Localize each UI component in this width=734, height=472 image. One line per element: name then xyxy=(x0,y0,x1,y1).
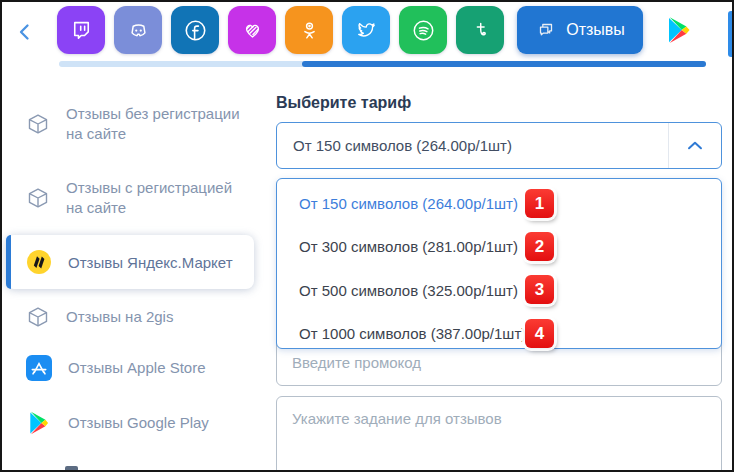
app-store-icon xyxy=(26,355,52,381)
sidebar-item-label: Отзывы с регистрацией на сайте xyxy=(66,178,251,218)
select-toggle[interactable] xyxy=(668,123,721,168)
reviews-button-label: Отзывы xyxy=(566,21,625,39)
step-badge-1: 1 xyxy=(525,189,554,218)
tariff-select-value: От 150 символов (264.00р/1шт) xyxy=(277,137,668,154)
tariff-dropdown-list: От 150 символов (264.00р/1шт) От 300 сим… xyxy=(276,178,722,349)
trovo-icon xyxy=(467,17,494,44)
step-badge-2: 2 xyxy=(525,232,554,261)
sidebar-item-yandex-market-selected[interactable]: Отзывы Яндекс.Маркет xyxy=(6,235,254,289)
platform-tile-spotify[interactable] xyxy=(399,6,447,54)
striped-heart-icon xyxy=(239,17,266,44)
tariff-option-1000[interactable]: От 1000 символов (387.00р/1шт) xyxy=(299,318,526,348)
sidebar-item-label: Отзывы Google Play xyxy=(68,413,253,433)
sidebar-item-label: Отзывы на 2gis xyxy=(66,307,251,327)
sidebar-item-label: Отзывы Яндекс.Маркет xyxy=(68,254,233,271)
twitch-icon xyxy=(68,17,95,44)
sidebar-item-reviews-no-registration[interactable]: Отзывы без регистрации на сайте xyxy=(26,104,251,144)
category-sidebar: Отзывы без регистрации на сайте Отзывы с… xyxy=(2,68,268,470)
sidebar-item-2gis[interactable]: Отзывы на 2gis xyxy=(26,305,251,329)
step-badge-4: 4 xyxy=(525,319,554,348)
sidebar-item-google-play[interactable]: Отзывы Google Play xyxy=(26,410,253,436)
package-icon xyxy=(26,112,50,136)
platform-tile-twitter[interactable] xyxy=(342,6,390,54)
platform-tile-trovo[interactable] xyxy=(456,6,504,54)
facebook-icon xyxy=(182,17,209,44)
step-badge-3: 3 xyxy=(525,275,554,304)
platform-icon-row: Отзывы xyxy=(57,6,694,54)
sidebar-item-label: Отзывы без регистрации на сайте xyxy=(66,104,251,144)
reviews-button[interactable]: Отзывы xyxy=(517,6,643,54)
app-window: Отзывы Отзывы без регистрации на сайте xyxy=(0,0,734,472)
chat-bubbles-icon xyxy=(535,19,557,41)
sidebar-item-apple-store[interactable]: Отзывы Apple Store xyxy=(26,355,253,381)
package-icon xyxy=(26,186,50,210)
google-play-icon xyxy=(664,15,694,45)
chevron-left-icon xyxy=(13,20,37,44)
platform-tile-discord[interactable] xyxy=(114,6,162,54)
platform-tile-twitch[interactable] xyxy=(57,6,105,54)
tariff-option-150[interactable]: От 150 символов (264.00р/1шт) xyxy=(299,188,518,218)
page-title: Выберите тариф xyxy=(276,94,411,112)
google-play-icon xyxy=(26,410,52,436)
clipped-next-tile xyxy=(728,11,734,57)
back-button[interactable] xyxy=(12,20,38,46)
platform-tile-striped-heart[interactable] xyxy=(228,6,276,54)
discord-icon xyxy=(125,17,152,44)
topbar-scrollbar-track[interactable] xyxy=(59,61,706,67)
clipped-next-sidebar-item xyxy=(65,466,78,472)
platform-tile-odnoklassniki[interactable] xyxy=(285,6,333,54)
platform-topbar: Отзывы xyxy=(2,2,732,68)
google-play-logo[interactable] xyxy=(664,15,694,45)
selected-accent-bar xyxy=(6,235,11,289)
yandex-market-icon xyxy=(26,249,52,275)
tariff-option-500[interactable]: От 500 символов (325.00р/1шт) xyxy=(299,275,518,305)
package-icon xyxy=(26,305,50,329)
sidebar-item-label: Отзывы Apple Store xyxy=(68,358,253,378)
platform-tile-facebook[interactable] xyxy=(171,6,219,54)
topbar-scrollbar-thumb[interactable] xyxy=(302,61,706,67)
sidebar-item-reviews-with-registration[interactable]: Отзывы с регистрацией на сайте xyxy=(26,178,251,218)
chevron-up-icon xyxy=(684,135,706,157)
twitter-icon xyxy=(353,17,380,44)
tariff-select[interactable]: От 150 символов (264.00р/1шт) xyxy=(276,122,722,169)
tariff-option-300[interactable]: От 300 символов (281.00р/1шт) xyxy=(299,231,518,261)
review-task-textarea[interactable] xyxy=(276,396,722,472)
spotify-icon xyxy=(410,17,437,44)
odnoklassniki-icon xyxy=(296,17,323,44)
